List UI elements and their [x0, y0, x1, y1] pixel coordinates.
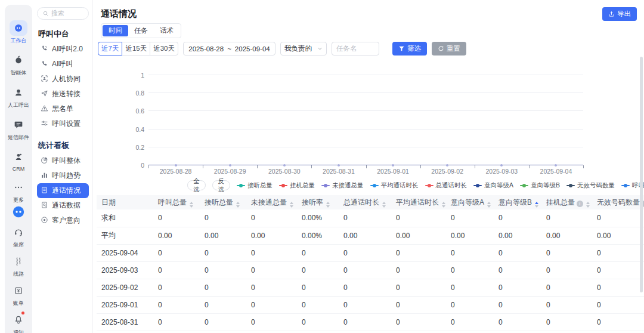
sort-icon[interactable] [586, 202, 590, 208]
column-header-3[interactable]: 接听总量 [200, 195, 246, 209]
table-cell: 0 [494, 209, 541, 227]
app-logo[interactable] [10, 204, 27, 220]
export-button[interactable]: 导出 [602, 7, 637, 21]
column-header-7[interactable]: 平均通话时长 [391, 195, 446, 209]
sidebar-item-2-3[interactable]: 通话情况 [37, 183, 89, 198]
column-label: 接听总量 [205, 198, 233, 206]
legend-item-1[interactable]: 接听总量 [237, 181, 273, 190]
date-range-picker[interactable]: 2025-08-28 ~ 2025-09-04 [183, 42, 275, 56]
sidebar-item-2-1[interactable]: 呼叫整体 [37, 153, 89, 168]
legend-label: 无效号码数量 [577, 181, 615, 190]
sort-icon[interactable] [190, 202, 193, 208]
rail-item-2[interactable]: 智能体 [10, 53, 27, 77]
column-label: 总通话时长 [343, 198, 379, 206]
x-tick-mark [583, 165, 584, 168]
legend-marker [473, 185, 482, 186]
tab-3[interactable]: 话术 [154, 25, 179, 36]
table-cell: 0 [339, 331, 391, 333]
sort-icon[interactable] [487, 202, 491, 208]
tab-1[interactable]: 时间 [103, 25, 128, 36]
sidebar-item-1-6[interactable]: 呼叫设置 [37, 116, 89, 131]
rail-bottom-item-2[interactable]: 线路 [10, 254, 27, 278]
column-label: 意向等级B [499, 198, 532, 206]
quick-range-3[interactable]: 近30天 [150, 42, 178, 56]
rail-item-3[interactable]: 人工呼出 [8, 85, 29, 109]
search-placeholder: 搜索 [51, 9, 64, 18]
sort-icon[interactable] [535, 202, 538, 208]
table-cell: 0 [153, 279, 200, 296]
sort-icon[interactable] [326, 202, 330, 208]
column-header-2[interactable]: 呼叫总量 [153, 195, 200, 209]
quick-range-1[interactable]: 近7天 [98, 42, 122, 56]
rail-item-6[interactable]: 更多 [10, 180, 27, 204]
stats-table: 日期呼叫总量接听总量未接通总量接听率总通话时长平均通话时长意向等级A意向等级B挂… [97, 195, 644, 333]
legend-item-4[interactable]: 平均通话时长 [370, 181, 419, 190]
column-header-10[interactable]: 挂机总量 [541, 195, 592, 209]
sort-icon[interactable] [236, 202, 240, 208]
legend-item-5[interactable]: 总通话时长 [425, 181, 467, 190]
search-input[interactable]: 搜索 [37, 7, 89, 20]
table-cell: 0 [494, 261, 541, 279]
sidebar-item-label: 推送转接 [52, 89, 80, 99]
rail-item-label: 坐席 [13, 241, 24, 249]
sidebar-item-2-5[interactable]: 客户意向 [37, 213, 89, 228]
legend-invert-button[interactable]: 反选 [212, 180, 231, 190]
x-tick-label: 2025-09-04 [540, 168, 572, 175]
data-point [392, 164, 394, 166]
sidebar-item-2-4[interactable]: 通话数据 [37, 198, 89, 213]
phone-2-icon [41, 45, 48, 54]
sidebar-item-1-4[interactable]: 推送转接 [37, 87, 89, 101]
legend-label: 平均通话时长 [381, 181, 419, 190]
quick-range-2[interactable]: 近15天 [122, 42, 150, 56]
legend-item-3[interactable]: 未接通总量 [321, 181, 364, 190]
rail-bottom-item-3[interactable]: 账单 [10, 283, 27, 307]
sort-icon[interactable] [442, 202, 445, 208]
column-header-9[interactable]: 意向等级B [494, 195, 541, 209]
column-header-4[interactable]: 未接通总量 [246, 195, 297, 209]
x-tick-label: 2025-09-01 [377, 168, 409, 175]
table-cell: 0 [246, 296, 297, 313]
info-icon[interactable] [577, 201, 583, 207]
sidebar-item-label: 通话数据 [52, 201, 80, 211]
sidebar-item-2-2[interactable]: 呼叫趋势 [37, 168, 89, 183]
legend-marker [279, 185, 287, 186]
sidebar-item-1-1[interactable]: AI呼叫2.0 [37, 42, 89, 57]
tab-2[interactable]: 任务 [128, 25, 154, 36]
table-cell: 0 [297, 261, 339, 279]
rail-bottom-item-1[interactable]: 坐席 [10, 224, 27, 249]
column-header-8[interactable]: 意向等级A [446, 195, 494, 209]
sidebar-item-1-5[interactable]: 黑名单 [37, 101, 89, 116]
legend-select-all-button[interactable]: 全选 [187, 180, 206, 190]
owner-select[interactable]: 我负责的 [280, 42, 327, 56]
notification-badge [21, 312, 24, 314]
bill-icon [10, 283, 27, 298]
table-row-2: 平均0.000.000.000.00%0.000.000.000.000.000… [97, 227, 644, 244]
table-cell: 2025-09-03 [97, 261, 153, 279]
table-cell: 0 [592, 244, 644, 261]
legend-item-7[interactable]: 意向等级B [520, 181, 560, 190]
sort-icon[interactable] [382, 202, 386, 208]
rail-item-4[interactable]: 短信邮件 [8, 117, 29, 141]
reset-button[interactable]: 重置 [432, 42, 466, 56]
table-cell: 0 [592, 209, 644, 227]
sidebar-item-1-3[interactable]: 人机协同 [37, 72, 89, 87]
column-header-11[interactable]: 无效号码数量 [592, 195, 644, 209]
rail-item-5[interactable]: CRM [10, 149, 27, 172]
rail-bottom-item-4[interactable]: 通知 [10, 312, 27, 333]
column-header-6[interactable]: 总通话时长 [339, 195, 391, 209]
sidebar-item-1-2[interactable]: AI呼叫 [37, 57, 89, 72]
legend-item-2[interactable]: 挂机总量 [279, 181, 315, 190]
rail-item-1[interactable]: 工作台 [10, 20, 27, 45]
sort-icon[interactable] [290, 202, 293, 208]
column-header-5[interactable]: 接听率 [297, 195, 339, 209]
table-cell: 0 [541, 244, 592, 261]
search-icon [42, 10, 49, 17]
table-cell: 0 [592, 313, 644, 331]
legend-item-6[interactable]: 意向等级A [473, 181, 513, 190]
legend-item-8[interactable]: 无效号码数量 [566, 181, 615, 190]
scrollbar[interactable] [640, 57, 643, 292]
table-cell: 2025-08-30 [97, 331, 153, 333]
filter-button[interactable]: 筛选 [392, 42, 427, 56]
chart-x-axis-labels: 2025-08-282025-08-292025-08-302025-08-31… [148, 168, 583, 178]
task-name-input[interactable]: 任务名 [332, 42, 379, 56]
